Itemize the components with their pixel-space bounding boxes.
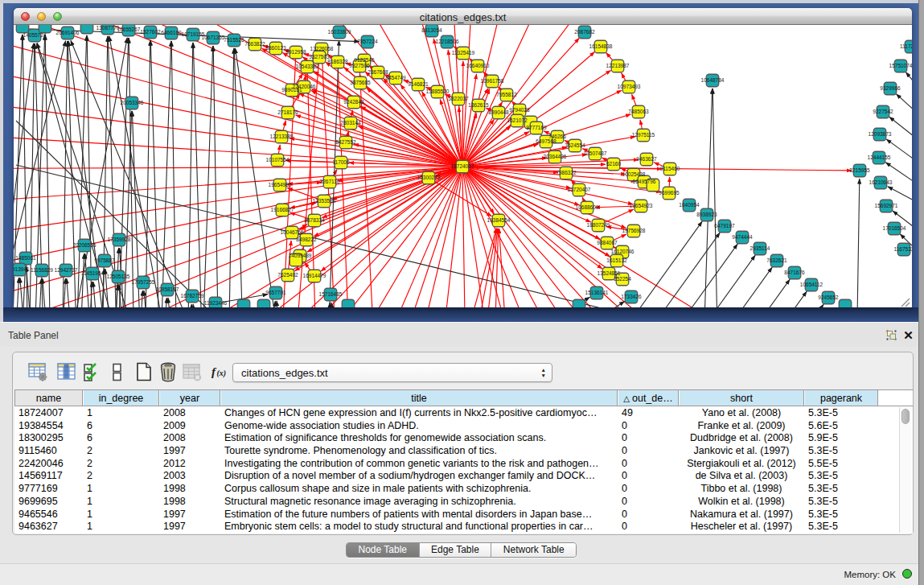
graph-edge[interactable] — [448, 50, 462, 167]
graph-edge[interactable] — [79, 253, 84, 307]
graph-edge[interactable] — [889, 117, 912, 151]
graph-edge[interactable] — [462, 167, 764, 307]
scrollbar-thumb[interactable] — [901, 409, 910, 424]
graph-node[interactable] — [839, 299, 852, 307]
window-titlebar[interactable]: citations_edges.txt — [14, 8, 912, 25]
graph-node-label: 1640954 — [679, 202, 700, 208]
network-graph-canvas[interactable]: 1405572420691406130877701065526715276026… — [14, 25, 912, 307]
graph-node-label: 2718176 — [277, 109, 298, 115]
graph-edge[interactable] — [171, 41, 178, 307]
graph-edge[interactable] — [87, 35, 93, 307]
graph-node-label: 10961758 — [481, 78, 504, 84]
show-columns-icon[interactable] — [56, 361, 77, 382]
table-row[interactable]: 946362711997Embryonic stem cells: a mode… — [14, 521, 913, 534]
graph-edge[interactable] — [896, 94, 912, 127]
graph-edge[interactable] — [234, 48, 245, 307]
vertical-scrollbar[interactable] — [899, 407, 911, 533]
graph-node[interactable] — [573, 299, 585, 307]
graph-node[interactable] — [342, 299, 355, 307]
table-row[interactable]: 1456911722003Disruption of a novel membe… — [14, 470, 913, 483]
graph-edge[interactable] — [736, 304, 823, 307]
column-header-pagerank[interactable]: pagerank — [804, 390, 878, 406]
tab-network-table[interactable]: Network Table — [491, 543, 576, 557]
graph-node-label: 10973493 — [618, 84, 641, 89]
new-column-icon[interactable] — [133, 361, 154, 382]
table-source-dropdown[interactable]: citations_edges.txt ▲▼ — [232, 363, 552, 382]
graph-node[interactable] — [16, 25, 29, 33]
table-row[interactable]: 1938455462009Genome-wide association stu… — [14, 420, 913, 433]
graph-edge[interactable] — [193, 304, 201, 307]
graph-node-label: 8454749 — [385, 75, 406, 80]
table-row[interactable]: 2242004622012Investigating the contribut… — [14, 458, 913, 471]
cell-name: 14569117 — [14, 470, 83, 483]
cell-in_degree: 1 — [83, 509, 159, 521]
graph-node-label: 7515526 — [224, 37, 244, 43]
graph-node-label: 9884067 — [597, 240, 618, 245]
graph-edge[interactable] — [856, 179, 860, 307]
graph-node[interactable] — [237, 299, 250, 307]
unselect-all-icon[interactable] — [107, 361, 128, 382]
graph-node-label: 6497568 — [536, 138, 556, 144]
table-row[interactable]: 946554611997Estimation of the future num… — [14, 509, 913, 521]
graph-edge[interactable] — [444, 229, 496, 307]
graph-edge[interactable] — [187, 43, 193, 307]
cell-name: 18300295 — [14, 432, 83, 445]
graph-node[interactable] — [257, 299, 270, 307]
graph-edge[interactable] — [144, 290, 152, 307]
column-header-year[interactable]: year — [159, 390, 220, 406]
cell-name: 9115460 — [14, 445, 83, 458]
graph-node-label: 10655267 — [117, 27, 141, 32]
function-builder-icon[interactable]: f (x) — [210, 361, 231, 382]
graph-edge[interactable] — [67, 278, 75, 307]
delete-columns-icon[interactable] — [158, 361, 179, 382]
tab-edge-table[interactable]: Edge Table — [420, 543, 492, 557]
column-header-in_degree[interactable]: in_degree — [83, 390, 159, 406]
graph-edge[interactable] — [311, 91, 462, 167]
graph-node-label: 15300273 — [417, 175, 441, 180]
cell-year: 2009 — [159, 420, 220, 433]
column-header-title[interactable]: title — [220, 390, 618, 406]
graph-edge[interactable] — [85, 253, 93, 307]
select-all-icon[interactable] — [82, 361, 103, 382]
cell-name: 18724007 — [14, 407, 83, 420]
graph-node-label: 9794028 — [509, 107, 530, 113]
graph-edge[interactable] — [701, 89, 713, 307]
table-toolbar: f (x) citations_edges.txt ▲▼ — [13, 352, 913, 389]
graph-edge[interactable] — [200, 46, 213, 307]
graph-edge[interactable] — [144, 40, 150, 307]
graph-edge[interactable] — [667, 255, 755, 307]
column-header-out_degree[interactable]: △out_de… — [618, 390, 679, 406]
graph-edge[interactable] — [719, 291, 807, 307]
graph-node-label: 8860123 — [265, 45, 286, 51]
cell-title: Corpus callosum shape and size in male p… — [220, 483, 618, 496]
table-row[interactable]: 911546021997Tourette syndrome. Phenomeno… — [14, 445, 913, 458]
close-icon[interactable]: ✕ — [902, 329, 914, 341]
screen-right-strip — [918, 0, 924, 585]
table-row[interactable]: 1872400712008Changes of HCN gene express… — [14, 407, 913, 420]
graph-edge[interactable] — [187, 304, 191, 307]
table-row[interactable]: 1830029562008Estimation of significance … — [14, 432, 913, 445]
graph-node-label: 16495796 — [633, 179, 656, 184]
graph-node[interactable] — [80, 25, 93, 34]
graph-edge[interactable] — [906, 72, 912, 105]
table-mode-icon[interactable] — [27, 361, 48, 382]
column-header-label: pagerank — [820, 393, 862, 404]
column-header-name[interactable]: name — [14, 390, 83, 406]
graph-edge[interactable] — [228, 48, 234, 307]
graph-edge[interactable] — [290, 138, 462, 167]
tab-node-table[interactable]: Node Table — [347, 543, 420, 557]
window-resize-grip-icon[interactable] — [901, 299, 910, 307]
cell-in_degree: 6 — [83, 420, 159, 433]
column-header-short[interactable]: short — [679, 390, 804, 406]
graph-edge[interactable] — [325, 303, 330, 307]
cell-year: 2008 — [159, 407, 220, 420]
float-window-icon[interactable] — [885, 329, 897, 341]
graph-edge[interactable] — [193, 43, 204, 307]
graph-node-label: 16640910 — [466, 63, 490, 68]
graph-edge[interactable] — [684, 267, 772, 307]
table-row[interactable]: 969969511998Structural magnetic resonanc… — [14, 496, 913, 509]
graph-edge[interactable] — [885, 163, 912, 195]
graph-node[interactable] — [39, 25, 51, 33]
table-row[interactable]: 977716911998Corpus callosum shape and si… — [14, 483, 913, 496]
graph-node-label: 19756928 — [622, 228, 646, 233]
